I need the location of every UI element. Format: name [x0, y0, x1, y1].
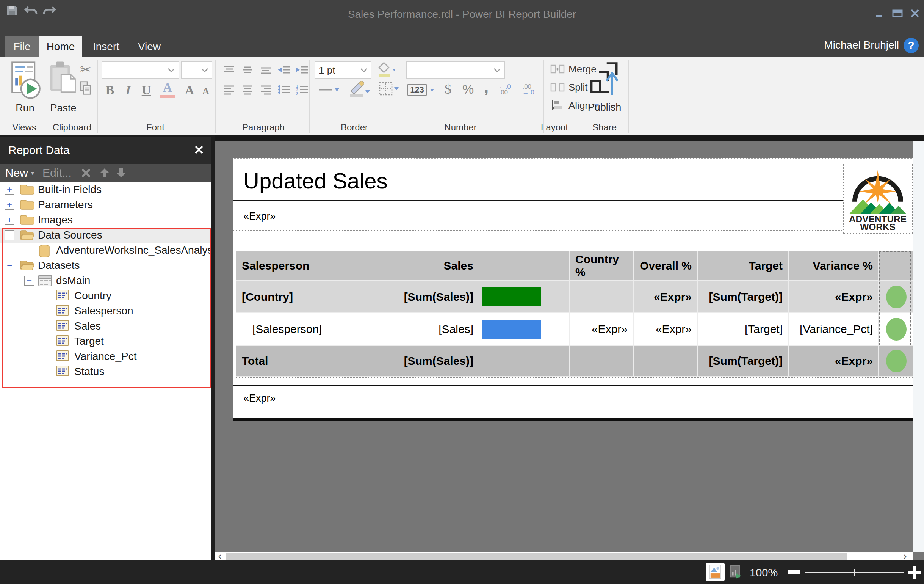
shrink-font-button[interactable]: A [199, 83, 213, 99]
header-expression-textbox[interactable]: «Expr» [233, 202, 912, 230]
table-cell[interactable]: [Salesperson] [236, 313, 388, 346]
tree-item-datasets[interactable]: −Datasets [0, 258, 211, 273]
tab-insert[interactable]: Insert [86, 36, 126, 57]
font-size-select[interactable] [181, 61, 212, 79]
align-right-button[interactable] [257, 81, 274, 98]
align-top-button[interactable] [221, 61, 238, 78]
border-line-style-button[interactable] [317, 81, 342, 99]
table-cell[interactable]: [Country] [236, 281, 388, 313]
table-cell[interactable]: Total [236, 346, 388, 377]
tab-home[interactable]: Home [40, 36, 82, 57]
font-color-button[interactable]: A [157, 79, 178, 99]
table-cell[interactable] [634, 346, 698, 377]
zoom-slider-thumb[interactable] [853, 569, 855, 576]
numbered-list-button[interactable]: 123 [293, 81, 311, 98]
adventure-works-logo[interactable]: ADVENTURE WORKS [843, 163, 912, 234]
design-view-icon[interactable] [706, 563, 724, 581]
tree-item-built-in-fields[interactable]: +Built-in Fields [0, 182, 211, 197]
table-cell[interactable] [479, 313, 570, 346]
increase-decimals-button[interactable]: ←.0.00 [493, 80, 516, 99]
grow-font-button[interactable]: A [181, 81, 198, 99]
borders-button[interactable] [377, 79, 401, 98]
column-header[interactable]: Sales [388, 251, 479, 281]
table-cell[interactable] [570, 281, 634, 313]
fill-color-button[interactable] [375, 61, 398, 79]
minimize-button[interactable] [871, 7, 888, 20]
publish-button[interactable]: Publish [586, 60, 624, 113]
move-up-icon[interactable] [99, 167, 110, 179]
column-header[interactable] [879, 251, 914, 281]
tab-view[interactable]: View [130, 36, 168, 57]
tree-item-salesperson[interactable]: Salesperson [0, 303, 211, 319]
maximize-button[interactable] [889, 7, 906, 20]
table-cell[interactable] [879, 346, 914, 377]
table-cell[interactable]: «Expr» [570, 313, 634, 346]
underline-button[interactable]: U [138, 81, 155, 99]
expand-icon[interactable]: + [5, 185, 15, 195]
table-cell[interactable]: [Sales] [388, 313, 479, 346]
report-title-textbox[interactable]: Updated Sales [233, 159, 912, 201]
table-cell[interactable]: [Sum(Target)] [698, 281, 789, 313]
align-center-button[interactable] [239, 81, 256, 98]
collapse-icon[interactable]: − [5, 261, 15, 270]
column-header[interactable]: Target [698, 251, 789, 281]
table-cell[interactable]: [Variance_Pct] [789, 313, 879, 346]
tree-item-dsmain[interactable]: −dsMain [0, 273, 211, 288]
scroll-right-icon[interactable]: › [900, 552, 910, 561]
tree-item-adventureworksinc-salesanalysis[interactable]: AdventureWorksInc_SalesAnalysis [0, 243, 211, 258]
new-dropdown-icon[interactable]: ▾ [31, 169, 34, 177]
currency-button[interactable]: $ [440, 79, 456, 99]
column-header[interactable] [479, 251, 570, 281]
italic-button[interactable]: I [120, 81, 136, 99]
scroll-left-icon[interactable]: ‹ [214, 552, 225, 561]
table-cell[interactable]: [Sum(Sales)] [388, 281, 479, 313]
close-button[interactable] [907, 7, 923, 20]
border-width-select[interactable]: 1 pt [315, 61, 371, 79]
bold-button[interactable]: B [102, 81, 118, 99]
tab-file[interactable]: File [5, 36, 40, 57]
table-cell[interactable] [570, 346, 634, 377]
column-header[interactable]: Salesperson [236, 251, 388, 281]
bullet-list-button[interactable] [275, 81, 293, 98]
increase-indent-button[interactable] [293, 61, 311, 78]
table-cell[interactable] [479, 281, 570, 313]
table-cell[interactable] [879, 281, 914, 313]
help-icon[interactable]: ? [904, 38, 919, 53]
align-middle-button[interactable] [239, 61, 256, 78]
tree-item-variance-pct[interactable]: Variance_Pct [0, 349, 211, 364]
table-cell[interactable]: «Expr» [789, 281, 879, 313]
report-canvas[interactable]: Updated Sales «Expr» [233, 158, 913, 420]
split-button[interactable]: Split [550, 79, 588, 96]
cut-icon[interactable]: ✂ [77, 61, 94, 78]
percent-button[interactable]: % [459, 79, 477, 99]
delete-icon[interactable] [81, 168, 91, 178]
new-button[interactable]: New [5, 167, 28, 179]
table-cell[interactable] [879, 313, 914, 346]
table-cell[interactable]: [Target] [698, 313, 789, 346]
table-cell[interactable]: [Sum(Target)] [698, 346, 789, 377]
align-left-button[interactable] [221, 81, 238, 98]
border-color-button[interactable] [346, 79, 373, 99]
collapse-icon[interactable]: − [24, 276, 34, 286]
column-header[interactable]: Overall % [634, 251, 698, 281]
zoom-in-button[interactable] [908, 566, 921, 579]
tree-item-parameters[interactable]: +Parameters [0, 197, 211, 212]
decrease-decimals-button[interactable]: .00→.0 [517, 80, 540, 99]
paste-button[interactable]: Paste [47, 60, 79, 114]
zoom-out-button[interactable] [788, 570, 800, 574]
column-header[interactable]: Country % [570, 251, 634, 281]
comma-button[interactable]: , [480, 77, 493, 96]
expand-icon[interactable]: + [5, 200, 15, 210]
table-cell[interactable]: «Expr» [634, 281, 698, 313]
run-button[interactable]: Run [7, 60, 43, 114]
footer-expression-textbox[interactable]: «Expr» [233, 384, 912, 419]
table-cell[interactable]: [Sum(Sales)] [388, 346, 479, 377]
edit-button[interactable]: Edit... [43, 167, 72, 179]
tree-item-images[interactable]: +Images [0, 212, 211, 228]
horizontal-scrollbar[interactable]: ‹ › [214, 552, 913, 561]
tree-item-country[interactable]: Country [0, 288, 211, 303]
collapse-icon[interactable]: − [5, 230, 15, 240]
move-down-icon[interactable] [116, 167, 127, 179]
number-format-select[interactable] [406, 61, 505, 79]
table-cell[interactable]: «Expr» [789, 346, 879, 377]
